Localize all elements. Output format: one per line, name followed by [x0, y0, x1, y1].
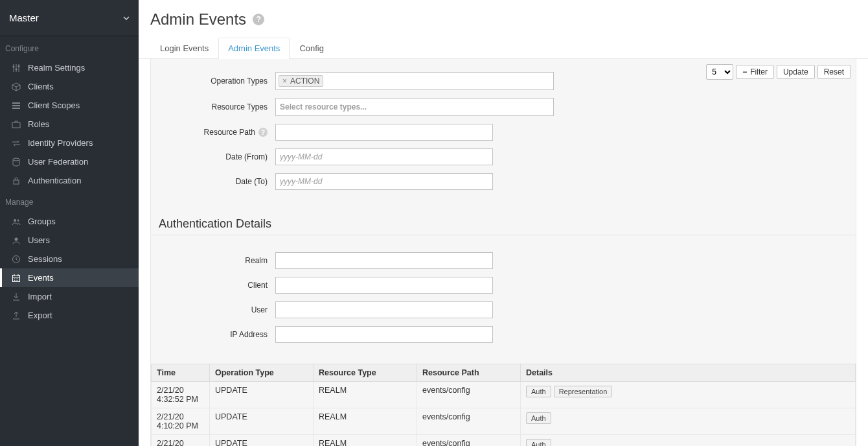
- ip-label: IP Address: [156, 330, 275, 339]
- tab-config[interactable]: Config: [290, 38, 334, 59]
- sidebar-item-events[interactable]: Events: [0, 268, 139, 287]
- auth-button[interactable]: Auth: [526, 412, 551, 424]
- svg-point-4: [13, 158, 19, 161]
- tabs: Login Events Admin Events Config: [139, 38, 868, 59]
- sidebar-item-label: Users: [28, 235, 50, 245]
- svg-point-8: [15, 237, 18, 241]
- help-icon[interactable]: ?: [253, 14, 264, 25]
- export-icon: [11, 311, 21, 320]
- user-label: User: [156, 305, 275, 314]
- sidebar-item-export[interactable]: Export: [0, 306, 139, 325]
- sidebar-item-realm-settings[interactable]: Realm Settings: [0, 58, 139, 77]
- col-resource-type: Resource Type: [314, 364, 417, 382]
- sidebar-item-user-federation[interactable]: User Federation: [0, 152, 139, 171]
- sliders-icon: [11, 64, 21, 73]
- sidebar-item-users[interactable]: Users: [0, 231, 139, 250]
- cell-details: AuthRepresentation: [521, 382, 856, 408]
- date-to-input[interactable]: [275, 173, 493, 190]
- remove-pill-icon[interactable]: ×: [282, 76, 287, 86]
- svg-rect-5: [14, 180, 19, 184]
- briefcase-icon: [11, 120, 21, 129]
- col-operation-type: Operation Type: [210, 364, 314, 382]
- cell-resource-path: events/config: [417, 435, 521, 447]
- pill-label: ACTION: [290, 76, 319, 86]
- users-icon: [11, 217, 21, 226]
- list-icon: [11, 101, 21, 110]
- tab-login-events[interactable]: Login Events: [150, 38, 218, 59]
- ip-input[interactable]: [275, 326, 493, 343]
- sidebar-item-client-scopes[interactable]: Client Scopes: [0, 96, 139, 115]
- user-input[interactable]: [275, 301, 493, 318]
- resource-types-label: Resource Types: [156, 102, 275, 112]
- main-content: Admin Events ? Login Events Admin Events…: [139, 0, 868, 446]
- sidebar-item-label: Roles: [28, 119, 49, 129]
- nav-section-manage: Manage: [0, 190, 139, 212]
- auth-button[interactable]: Auth: [526, 439, 551, 446]
- sidebar-item-clients[interactable]: Clients: [0, 77, 139, 96]
- events-table: Time Operation Type Resource Type Resour…: [151, 364, 856, 446]
- cell-resource-path: events/config: [417, 408, 521, 435]
- resource-path-input[interactable]: [275, 124, 493, 141]
- realm-selector[interactable]: Master: [0, 0, 139, 36]
- sidebar-item-label: Clients: [28, 82, 54, 91]
- cell-resource-type: REALM: [314, 408, 417, 435]
- cell-operation-type: UPDATE: [210, 382, 314, 408]
- date-to-label: Date (To): [156, 177, 275, 186]
- svg-point-1: [16, 68, 17, 70]
- nav-section-configure: Configure: [0, 36, 139, 58]
- table-row: 2/21/204:06:47 PMUPDATEREALMevents/confi…: [152, 435, 856, 447]
- tab-admin-events[interactable]: Admin Events: [218, 38, 290, 59]
- cell-resource-path: events/config: [417, 382, 521, 408]
- sidebar-item-import[interactable]: Import: [0, 287, 139, 306]
- sidebar-item-roles[interactable]: Roles: [0, 115, 139, 134]
- sidebar-item-sessions[interactable]: Sessions: [0, 250, 139, 268]
- sidebar-item-label: Realm Settings: [28, 63, 85, 73]
- cell-resource-type: REALM: [314, 382, 417, 408]
- cell-time: 2/21/204:06:47 PM: [152, 435, 210, 447]
- svg-point-0: [13, 65, 15, 67]
- client-label: Client: [156, 281, 275, 290]
- sidebar-item-label: User Federation: [28, 157, 88, 167]
- sidebar-item-identity-providers[interactable]: Identity Providers: [0, 134, 139, 152]
- top-toolbar: 5 − Filter Update Reset: [706, 64, 851, 80]
- svg-point-6: [14, 219, 16, 222]
- auth-button[interactable]: Auth: [526, 386, 551, 397]
- sidebar-item-groups[interactable]: Groups: [0, 212, 139, 231]
- sidebar-item-label: Sessions: [28, 254, 62, 264]
- operation-types-input[interactable]: × ACTION: [275, 72, 554, 90]
- cell-details: Auth: [521, 408, 856, 435]
- svg-point-2: [18, 65, 20, 67]
- page-size-select[interactable]: 5: [706, 64, 733, 80]
- cube-icon: [11, 82, 21, 91]
- lock-icon: [11, 176, 21, 185]
- sidebar-item-label: Export: [28, 311, 52, 320]
- filter-label: Filter: [750, 67, 768, 76]
- client-input[interactable]: [275, 277, 493, 294]
- sidebar-item-authentication[interactable]: Authentication: [0, 171, 139, 190]
- auth-details-header: Authentication Details: [151, 211, 856, 235]
- filter-panel: 5 − Filter Update Reset Operation Types: [150, 59, 856, 446]
- page-title-text: Admin Events: [150, 10, 246, 29]
- cell-operation-type: UPDATE: [210, 408, 314, 435]
- sidebar-item-label: Groups: [28, 217, 56, 226]
- resource-types-input[interactable]: Select resource types...: [275, 98, 554, 116]
- table-row: 2/21/204:32:52 PMUPDATEREALMevents/confi…: [152, 382, 856, 408]
- cell-operation-type: UPDATE: [210, 435, 314, 447]
- table-row: 2/21/204:10:20 PMUPDATEREALMevents/confi…: [152, 408, 856, 435]
- clock-icon: [11, 255, 21, 264]
- representation-button[interactable]: Representation: [554, 386, 613, 397]
- update-button[interactable]: Update: [777, 65, 815, 79]
- cell-resource-type: REALM: [314, 435, 417, 447]
- resource-path-label: Resource Path ?: [156, 128, 275, 137]
- date-from-input[interactable]: [275, 148, 493, 165]
- realm-input[interactable]: [275, 252, 493, 269]
- col-details: Details: [521, 364, 856, 382]
- help-icon[interactable]: ?: [258, 128, 268, 137]
- sidebar: Master Configure Realm Settings Clients …: [0, 0, 139, 446]
- exchange-icon: [11, 139, 21, 148]
- date-from-label: Date (From): [156, 152, 275, 161]
- col-time: Time: [152, 364, 210, 382]
- collapse-filter-button[interactable]: − Filter: [736, 65, 774, 79]
- operation-type-pill[interactable]: × ACTION: [279, 75, 323, 87]
- reset-button[interactable]: Reset: [817, 65, 851, 79]
